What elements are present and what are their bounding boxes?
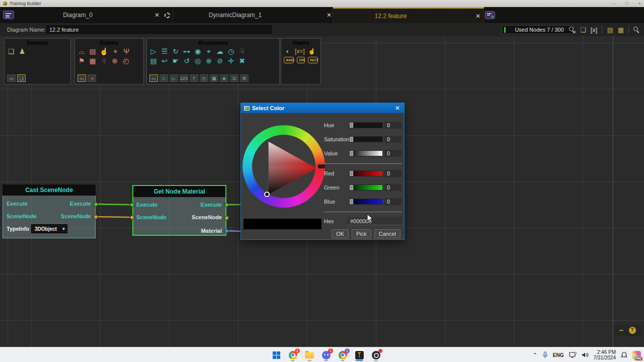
node-title[interactable]: Get Node Material	[133, 186, 225, 197]
value-value-input[interactable]: 0	[384, 150, 401, 157]
port-scenenode-out[interactable]: SceneNode	[192, 214, 222, 220]
timer-response-icon[interactable]: ◷	[227, 47, 235, 55]
port-scenenode-in[interactable]: SceneNode	[7, 213, 37, 219]
tab-diagram-0[interactable]: Diagram_0 ✕	[18, 7, 173, 23]
variables-icon[interactable]: [x]	[591, 26, 598, 34]
notes-icon[interactable]: ▤	[607, 26, 613, 34]
source-filter-group-icon[interactable]: ❏	[17, 74, 26, 82]
new-diagram-icon[interactable]: +	[485, 11, 495, 19]
port-execute-in[interactable]: Execute	[136, 202, 157, 208]
dialog-titlebar[interactable]: Select Color ✕	[241, 103, 404, 113]
node-title[interactable]: Cast SceneNode	[3, 185, 96, 196]
ok-button[interactable]: OK	[332, 229, 349, 238]
hand-remove-response-icon[interactable]: ✖	[238, 57, 246, 65]
saturation-value-input[interactable]: 0	[384, 136, 401, 143]
controller-stop-response-icon[interactable]: ⊗	[205, 57, 213, 65]
hand-touch-event-icon[interactable]: ☝	[100, 47, 108, 55]
port-dot-execute-out[interactable]	[94, 202, 98, 207]
collapse-icon[interactable]: −	[619, 328, 623, 333]
search-icon[interactable]	[633, 27, 640, 33]
hue-value-input[interactable]: 0	[384, 122, 401, 129]
play-media-response-icon[interactable]: ▷	[149, 47, 157, 55]
typeinfo-dropdown[interactable]: 3DObject ▼	[31, 224, 67, 233]
microphone-event-icon[interactable]: Ψ	[122, 47, 130, 55]
source-filter-single-icon[interactable]: ▭	[7, 74, 16, 82]
response-filter-clock-icon[interactable]: ◴	[200, 74, 208, 82]
node-link-response-icon[interactable]: ⊶	[183, 47, 191, 55]
port-scenenode-out[interactable]: SceneNode	[61, 213, 91, 219]
port-dot-scenenode-in[interactable]	[130, 215, 134, 220]
notifications-bell-icon[interactable]	[621, 351, 627, 358]
port-execute-out[interactable]: Execute	[201, 202, 222, 208]
red-slider[interactable]	[349, 170, 383, 176]
network-icon[interactable]	[569, 352, 577, 358]
hand-grab-response-icon[interactable]: ☛	[172, 57, 180, 65]
blue-value-input[interactable]: 0	[384, 198, 401, 205]
maximize-icon[interactable]: □	[625, 1, 628, 6]
toggle-state-icon[interactable]: ◐	[284, 47, 292, 55]
response-filter-settings-icon[interactable]: ⚙	[240, 74, 249, 82]
red-value-input[interactable]: 0	[384, 170, 401, 177]
response-filter-panel-icon[interactable]: ▭	[149, 74, 158, 82]
color-picker-marker[interactable]	[264, 192, 270, 197]
cancel-button[interactable]: Cancel	[374, 229, 400, 238]
media-event-icon[interactable]: ▤	[89, 47, 97, 55]
hand-state-icon[interactable]: ☝	[308, 47, 316, 55]
loop-response-icon[interactable]: ↺	[183, 57, 191, 65]
tray-expand-icon[interactable]: ⌃	[533, 352, 537, 358]
hue-wheel[interactable]	[243, 125, 325, 208]
response-filter-screen-icon[interactable]: ▦	[210, 74, 218, 82]
microphone-icon[interactable]	[542, 351, 548, 358]
record-response-icon[interactable]: ◎	[194, 57, 202, 65]
port-dot-scenenode-out[interactable]	[94, 215, 98, 219]
node-get-node-material[interactable]: Get Node Material Execute Execute SceneN…	[132, 185, 226, 236]
hand-release-event-icon[interactable]: ☟	[100, 57, 108, 65]
source-person-icon[interactable]: ♟	[18, 47, 26, 55]
source-node-group-icon[interactable]: ❏	[7, 47, 15, 55]
saturation-slider-handle[interactable]	[350, 137, 353, 142]
response-filter-video-icon[interactable]: ▷	[170, 74, 178, 82]
event-filter-panel-icon[interactable]: ▭	[77, 74, 86, 82]
hue-marker[interactable]	[318, 164, 325, 168]
visibility-response-icon[interactable]: ◉	[194, 47, 202, 55]
hex-input[interactable]: #000000	[347, 217, 402, 225]
tab-dynamicdiagram-1[interactable]: DynamicDiagram_1 ✕	[173, 7, 333, 23]
diagram-name-input[interactable]	[46, 25, 272, 34]
close-icon[interactable]: ×	[638, 1, 641, 6]
cloud-download-response-icon[interactable]: ☁	[216, 47, 224, 55]
green-slider[interactable]	[349, 185, 383, 191]
response-filter-lock-icon[interactable]: ⊡	[230, 74, 238, 82]
saturation-slider[interactable]	[349, 136, 383, 142]
variable-compare-state-icon[interactable]: [x=]	[295, 47, 305, 55]
help-icon[interactable]: ?	[629, 327, 636, 334]
minimize-icon[interactable]: –	[613, 1, 615, 6]
taskbar-discord[interactable]: 1	[320, 348, 332, 361]
response-filter-text-icon[interactable]: T	[190, 74, 198, 82]
diagram-menu-icon[interactable]	[3, 11, 14, 19]
response-filter-tag-icon[interactable]: ◈	[220, 74, 228, 82]
tray-clock[interactable]: 2:46 PM 7/31/2024	[594, 349, 616, 360]
hand-rotate-response-icon[interactable]: ↻	[172, 47, 180, 55]
scene-event-icon[interactable]: ▦	[89, 57, 97, 65]
and-state-chip[interactable]: AND	[284, 57, 294, 63]
grid-view-icon[interactable]: ▦	[618, 26, 624, 34]
group-nodes-icon[interactable]: ❏	[580, 26, 586, 34]
taskbar-chrome-profile[interactable]: 1	[337, 348, 348, 361]
sequence-undo-response-icon[interactable]: ↩	[160, 57, 169, 65]
hand-pose-response-icon[interactable]: ☟	[238, 47, 246, 55]
port-execute-out[interactable]: Execute	[70, 201, 91, 207]
hue-slider[interactable]	[349, 122, 383, 128]
widgets-weather-icon[interactable]: PRE	[632, 351, 641, 359]
value-slider[interactable]	[349, 150, 383, 156]
or-state-chip[interactable]: OR	[297, 57, 305, 63]
blue-slider-handle[interactable]	[350, 199, 353, 204]
value-slider-handle[interactable]	[350, 151, 353, 156]
green-slider-handle[interactable]	[350, 185, 353, 190]
pick-button[interactable]: Pick	[352, 229, 371, 238]
zoom-add-icon[interactable]: +	[569, 27, 576, 33]
tab-close-icon[interactable]: ✕	[154, 12, 159, 19]
port-dot-scenenode-out[interactable]	[224, 216, 229, 220]
taskbar-file-explorer[interactable]	[304, 348, 315, 361]
controller-vibrate-response-icon[interactable]: ⌖	[205, 47, 213, 55]
taskbar-training-builder[interactable]: ᛉ	[354, 348, 365, 361]
